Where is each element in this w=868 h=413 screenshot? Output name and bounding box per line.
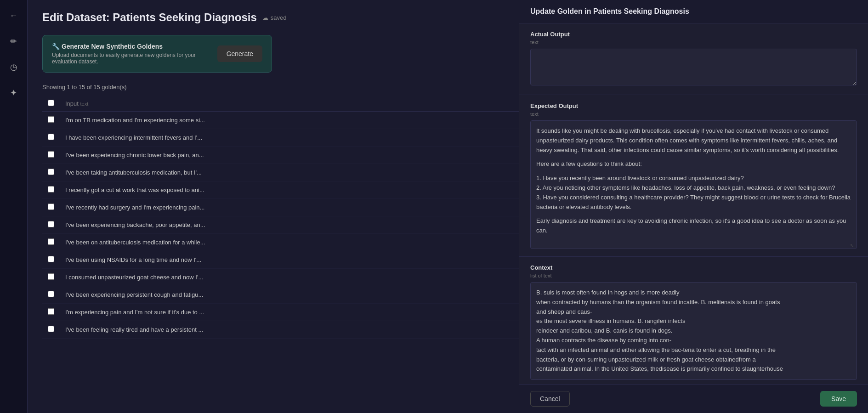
- row-checkbox[interactable]: [48, 204, 54, 210]
- banner-text: 🔧 Generate New Synthetic Goldens Upload …: [52, 43, 210, 65]
- expected-output-content[interactable]: It sounds like you might be dealing with…: [530, 120, 857, 249]
- right-panel: Update Golden in Patients Seeking Diagno…: [519, 0, 868, 413]
- row-checkbox[interactable]: [48, 256, 54, 262]
- row-checkbox-cell: [42, 286, 60, 304]
- actual-output-textarea[interactable]: [530, 49, 857, 85]
- history-icon[interactable]: ◷: [6, 59, 22, 75]
- select-all-checkbox[interactable]: [48, 100, 54, 106]
- row-checkbox[interactable]: [48, 238, 54, 245]
- row-checkbox-cell: [42, 199, 60, 216]
- row-checkbox-cell: [42, 129, 60, 147]
- panel-header: Update Golden in Patients Seeking Diagno…: [519, 0, 868, 23]
- row-checkbox[interactable]: [48, 273, 54, 280]
- expected-output-paragraph: 1. Have you recently been around livesto…: [536, 174, 851, 212]
- resize-handle: ⤡: [850, 242, 855, 247]
- cancel-button[interactable]: Cancel: [530, 391, 570, 407]
- row-checkbox[interactable]: [48, 151, 54, 158]
- row-checkbox[interactable]: [48, 326, 54, 332]
- row-checkbox-cell: [42, 321, 60, 339]
- expected-output-type: text: [530, 111, 857, 117]
- row-checkbox[interactable]: [48, 169, 54, 175]
- row-checkbox[interactable]: [48, 186, 54, 192]
- expected-output-label: Expected Output: [530, 102, 857, 109]
- tools-icon[interactable]: ✦: [6, 85, 22, 101]
- expected-output-paragraph: Early diagnosis and treatment are key to…: [536, 216, 851, 236]
- page-title: Edit Dataset: Patients Seeking Diagnosis: [42, 11, 257, 24]
- actual-output-section: Actual Output text: [519, 23, 868, 95]
- context-content: B. suis is most often found in hogs and …: [530, 282, 857, 380]
- row-checkbox[interactable]: [48, 221, 54, 227]
- context-type: list of text: [530, 273, 857, 278]
- row-checkbox[interactable]: [48, 308, 54, 315]
- saved-badge: ☁ saved: [262, 14, 287, 21]
- row-checkbox-cell: [42, 112, 60, 129]
- row-checkbox[interactable]: [48, 134, 54, 140]
- expected-output-section: Expected Output text It sounds like you …: [519, 95, 868, 257]
- context-section: Context list of text B. suis is most oft…: [519, 257, 868, 384]
- edit-icon[interactable]: ✏: [6, 33, 22, 50]
- actual-output-type: text: [530, 40, 857, 45]
- generate-button[interactable]: Generate: [217, 45, 262, 62]
- row-checkbox-cell: [42, 269, 60, 286]
- wrench-icon: 🔧: [52, 43, 62, 50]
- row-checkbox[interactable]: [48, 116, 54, 123]
- row-checkbox-cell: [42, 147, 60, 164]
- row-checkbox[interactable]: [48, 291, 54, 297]
- row-checkbox-cell: [42, 181, 60, 199]
- row-checkbox-cell: [42, 164, 60, 181]
- banner-description: Upload documents to easily generate new …: [52, 52, 210, 65]
- sidebar: ← ✏ ◷ ✦: [0, 0, 28, 413]
- back-icon[interactable]: ←: [6, 7, 22, 24]
- actual-output-label: Actual Output: [530, 31, 857, 38]
- banner-title: 🔧 Generate New Synthetic Goldens: [52, 43, 210, 50]
- row-checkbox-cell: [42, 216, 60, 234]
- row-checkbox-cell: [42, 251, 60, 269]
- generate-banner: 🔧 Generate New Synthetic Goldens Upload …: [42, 35, 272, 73]
- panel-body: Actual Output text Expected Output text …: [519, 23, 868, 384]
- save-button[interactable]: Save: [820, 391, 857, 407]
- col-header-checkbox: [42, 96, 60, 112]
- panel-footer: Cancel Save: [519, 384, 868, 413]
- expected-output-paragraph: Here are a few questions to think about:: [536, 159, 851, 169]
- context-label: Context: [530, 264, 857, 271]
- cloud-icon: ☁: [262, 14, 268, 21]
- row-checkbox-cell: [42, 304, 60, 321]
- row-checkbox-cell: [42, 234, 60, 251]
- expected-output-paragraph: It sounds like you might be dealing with…: [536, 126, 851, 155]
